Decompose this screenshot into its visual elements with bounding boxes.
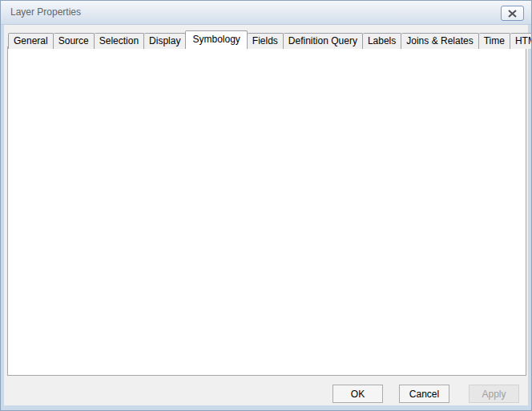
title-bar[interactable]: Layer Properties	[1, 1, 532, 25]
tab-symbology[interactable]: Symbology	[185, 30, 247, 49]
tab-labels[interactable]: Labels	[363, 33, 401, 49]
close-button[interactable]	[501, 6, 524, 21]
apply-button[interactable]: Apply	[469, 385, 519, 403]
tab-strip: General Source Selection Display Symbolo…	[8, 30, 532, 49]
symbology-tab-page	[7, 46, 526, 376]
ok-button[interactable]: OK	[332, 385, 383, 403]
tab-definition-query[interactable]: Definition Query	[284, 33, 363, 49]
tab-time[interactable]: Time	[479, 33, 510, 49]
window-title: Layer Properties	[10, 6, 81, 18]
tab-joins-relates[interactable]: Joins & Relates	[401, 33, 478, 49]
window-frame-left	[1, 24, 4, 410]
tab-display[interactable]: Display	[144, 33, 186, 49]
tab-html-popup[interactable]: HTML Popup	[510, 33, 532, 49]
tab-general[interactable]: General	[8, 33, 54, 49]
window-frame-bottom	[1, 405, 531, 410]
window-frame-right	[528, 24, 531, 410]
cancel-button[interactable]: Cancel	[399, 385, 449, 403]
layer-properties-dialog: Layer Properties General Source Selectio…	[0, 0, 532, 411]
close-icon	[508, 10, 517, 18]
tab-selection[interactable]: Selection	[95, 33, 144, 49]
tab-fields[interactable]: Fields	[248, 33, 284, 49]
tab-source[interactable]: Source	[54, 33, 95, 49]
